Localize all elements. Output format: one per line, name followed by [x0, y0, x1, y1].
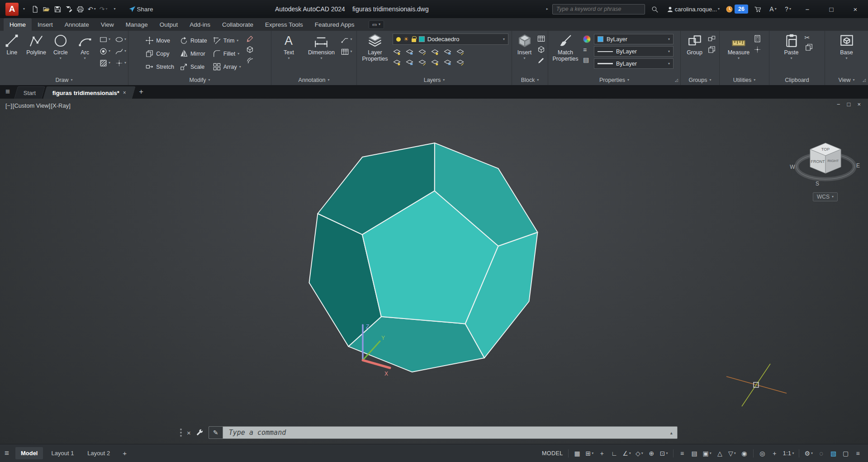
copy-clip-icon[interactable] [805, 43, 813, 52]
multileader-button[interactable]: ▾ [341, 34, 352, 44]
plot-button[interactable] [75, 2, 86, 16]
drawing-viewport[interactable]: Z Y X TOP FRONT RIGHT W S E [−] [Custom [0, 99, 868, 444]
annotation-scale[interactable]: 1:1▾ [781, 448, 796, 459]
new-layout-button[interactable]: + [118, 448, 131, 459]
model-tab[interactable]: Model [15, 447, 43, 459]
ribbon-display-toggle[interactable]: ▭▾ [369, 20, 384, 29]
layer-dropdown[interactable]: ☀ Dodecaedro ▾ [393, 33, 508, 45]
new-drawing-tab-button[interactable]: + [139, 88, 143, 96]
panel-label-block[interactable]: Block▾ [512, 75, 548, 85]
panel-launcher-icon[interactable]: ◿ [675, 78, 678, 82]
polyline-button[interactable]: Polyline [26, 33, 47, 75]
visual-style-control[interactable]: [X-Ray] [51, 102, 70, 109]
tab-express-tools[interactable]: Express Tools [259, 18, 309, 31]
polar-tracking-toggle[interactable]: ∠▾ [621, 448, 633, 459]
tab-featured-apps[interactable]: Featured Apps [309, 18, 360, 31]
block-editor-icon[interactable] [537, 56, 545, 65]
move-button[interactable]: Move [145, 34, 174, 47]
viewport-minimize-icon[interactable]: − [837, 101, 840, 108]
file-tabs-menu-icon[interactable]: ≡ [5, 87, 10, 96]
viewcube-front-label[interactable]: FRONT [811, 159, 825, 164]
line-button[interactable]: Line [2, 33, 22, 75]
layer-previous-icon[interactable] [443, 58, 452, 67]
open-file-button[interactable] [41, 2, 52, 16]
panel-label-clipboard[interactable]: Clipboard [769, 75, 825, 85]
ellipse-tool-button[interactable]: ▾ [115, 34, 126, 44]
layer-merge-icon[interactable] [456, 58, 465, 67]
redo-button[interactable]: ↷▾ [98, 2, 109, 16]
viewport-menu-control[interactable]: [−] [5, 102, 12, 109]
group-button[interactable]: Group [684, 33, 705, 75]
maximize-button[interactable]: □ [821, 0, 841, 18]
lineweight-dropdown[interactable]: ByLayer ▾ [594, 58, 674, 69]
model-space-toggle[interactable]: MODEL [540, 448, 564, 459]
id-point-icon[interactable] [753, 45, 762, 54]
chevron-right-icon[interactable]: ▸ [546, 7, 548, 11]
undo-button[interactable]: ↶▾ [86, 2, 98, 16]
copy-button[interactable]: Copy [145, 47, 174, 60]
gizmo-toggle[interactable]: ◉ [739, 448, 750, 459]
command-bar[interactable]: ✎ Type a command ▴ [209, 426, 678, 439]
annotation-visibility-toggle[interactable]: ◎ [757, 448, 768, 459]
explode-icon[interactable] [246, 45, 254, 54]
base-button[interactable]: Base▾ [836, 33, 858, 75]
account-button[interactable]: carolina.roque... ▾ [664, 2, 721, 16]
command-customize-icon[interactable] [195, 429, 204, 437]
save-button[interactable] [52, 2, 63, 16]
close-button[interactable]: × [845, 0, 865, 18]
viewcube-west-label[interactable]: W [790, 164, 795, 170]
trial-timer[interactable]: 26 [726, 5, 748, 14]
new-file-button[interactable] [29, 2, 41, 16]
panel-label-properties[interactable]: Properties▾◿ [548, 75, 680, 85]
share-button[interactable]: Share [127, 2, 155, 16]
layer-match-icon[interactable] [456, 48, 465, 56]
view-control[interactable]: [Custom View] [13, 102, 51, 109]
isolate-objects-toggle[interactable]: ◌ [816, 448, 827, 459]
object-snap-toggle[interactable]: ⊡▾ [658, 448, 670, 459]
viewcube[interactable]: TOP FRONT RIGHT W S E [790, 143, 860, 187]
dynamic-ucs-toggle[interactable]: △ [714, 448, 726, 459]
layer-isolate-icon[interactable] [405, 48, 414, 56]
tab-collaborate[interactable]: Collaborate [216, 18, 259, 31]
tab-add-ins[interactable]: Add-ins [184, 18, 216, 31]
rotate-button[interactable]: Rotate [180, 34, 207, 47]
viewport-canvas[interactable]: Z Y X TOP FRONT RIGHT W S E [0, 99, 868, 444]
arc-button[interactable]: Arc▾ [75, 33, 95, 75]
trim-button[interactable]: Trim▾ [213, 34, 241, 47]
lineweight-toggle[interactable]: ≡ [677, 448, 688, 459]
help-button[interactable]: ?▾ [783, 2, 793, 16]
ungroup-icon[interactable] [707, 34, 716, 43]
fillet-button[interactable]: Fillet▾ [213, 47, 241, 60]
point-tool-button[interactable]: ▾ [115, 58, 126, 68]
clean-screen-toggle[interactable]: ▢ [840, 448, 851, 459]
scale-button[interactable]: Scale [180, 60, 207, 73]
layer-make-current-icon[interactable] [443, 48, 452, 56]
tab-annotate[interactable]: Annotate [59, 18, 95, 31]
panel-label-layers[interactable]: Layers▾ [357, 75, 512, 85]
save-as-button[interactable] [63, 2, 75, 16]
insert-button[interactable]: Insert▾ [515, 33, 535, 75]
layer-unisolate-icon[interactable] [393, 58, 401, 67]
tab-home[interactable]: Home [4, 18, 32, 31]
transparency-toggle[interactable]: ▤ [689, 448, 700, 459]
command-dock-grip[interactable] [180, 429, 182, 437]
panel-label-groups[interactable]: Groups▾ [681, 75, 719, 85]
offset-icon[interactable] [246, 56, 254, 65]
graphics-performance-toggle[interactable]: ▧ [828, 448, 839, 459]
paste-button[interactable]: Paste▾ [781, 33, 802, 75]
cut-icon[interactable]: ✂ [805, 34, 813, 41]
dodecahedron-solid[interactable] [309, 143, 538, 372]
search-field[interactable] [552, 4, 645, 14]
command-prompt-icon[interactable]: ✎ [209, 427, 223, 438]
viewport-restore-icon[interactable]: □ [847, 101, 851, 108]
layer-freeze-icon[interactable] [418, 48, 427, 56]
array-button[interactable]: Array▾ [213, 60, 241, 73]
panel-label-modify[interactable]: Modify▾ [128, 75, 271, 85]
layer-properties-button[interactable]: Layer Properties [360, 33, 389, 75]
layer-lock-icon[interactable] [431, 48, 439, 56]
search-input[interactable] [556, 6, 641, 12]
lineweight-list-icon[interactable]: ▤ [583, 57, 591, 63]
object-snap-tracking-toggle[interactable]: ⊕ [646, 448, 657, 459]
layer-off-icon[interactable] [393, 48, 401, 56]
command-input[interactable]: Type a command [223, 429, 670, 437]
